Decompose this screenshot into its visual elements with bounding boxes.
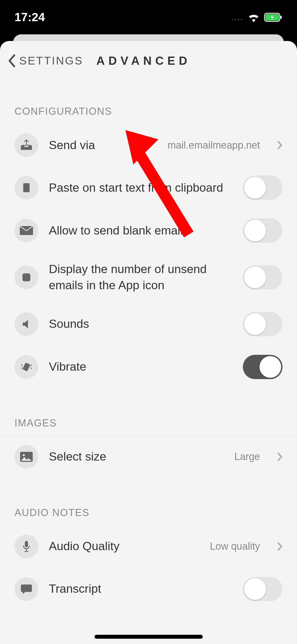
toggle-vibrate[interactable]	[243, 355, 282, 379]
vibrate-icon	[15, 355, 38, 379]
svg-rect-6	[22, 362, 30, 371]
row-sounds[interactable]: Sounds	[0, 303, 297, 346]
section-header-configurations: CONFIGURATIONS	[0, 77, 297, 124]
section-header-images: IMAGES	[0, 388, 297, 435]
status-time: 17:24	[15, 10, 45, 24]
chevron-right-icon	[277, 542, 282, 551]
clipboard-icon	[15, 176, 38, 200]
row-label: Send via	[49, 137, 157, 153]
svg-rect-5	[22, 273, 30, 281]
nav-header: SETTINGS ADVANCED	[0, 41, 297, 77]
image-icon	[15, 445, 38, 469]
microphone-icon	[15, 535, 38, 558]
status-icons: ....	[232, 12, 282, 22]
row-select-size[interactable]: Select size Large	[0, 436, 297, 478]
row-label: Sounds	[49, 316, 232, 332]
row-label: Select size	[49, 449, 224, 465]
configurations-list: Send via mail.emailmeapp.net Paste on st…	[0, 124, 297, 388]
row-vibrate[interactable]: Vibrate	[0, 346, 297, 388]
row-label: Paste on start text from clipboard	[49, 180, 232, 196]
row-label: Allow to send blank emails	[49, 223, 232, 239]
toggle-paste[interactable]	[243, 176, 282, 200]
row-audio-quality[interactable]: Audio Quality Low quality	[0, 525, 297, 568]
toggle-sounds[interactable]	[243, 312, 282, 336]
status-bar: 17:24 ....	[0, 0, 297, 34]
chevron-left-icon	[8, 54, 15, 67]
chevron-right-icon	[277, 452, 282, 461]
row-value: Large	[234, 451, 260, 462]
chevron-right-icon	[277, 141, 282, 150]
toggle-display-unsend[interactable]	[243, 265, 282, 289]
wifi-icon	[247, 12, 260, 22]
images-list: Select size Large	[0, 435, 297, 478]
svg-point-8	[23, 454, 25, 456]
row-display-unsend[interactable]: Display the number of unsend emails in t…	[0, 252, 297, 303]
row-transcript[interactable]: Transcript	[0, 568, 297, 610]
row-value: Low quality	[210, 541, 260, 552]
svg-rect-2	[280, 16, 282, 19]
envelope-icon	[15, 219, 38, 242]
row-blank-emails[interactable]: Allow to send blank emails	[0, 209, 297, 252]
outbox-icon	[15, 133, 38, 157]
row-label: Display the number of unsend emails in t…	[49, 261, 232, 293]
back-label: SETTINGS	[19, 54, 83, 67]
cellular-dots-icon: ....	[232, 13, 243, 22]
home-indicator[interactable]	[95, 635, 203, 639]
page-title: ADVANCED	[96, 54, 191, 67]
section-header-audio-notes: AUDIO NOTES	[0, 478, 297, 525]
toggle-blank-emails[interactable]	[243, 218, 282, 243]
svg-rect-9	[25, 541, 28, 547]
row-label: Transcript	[49, 581, 232, 597]
battery-charging-icon	[264, 13, 282, 22]
row-paste-clipboard[interactable]: Paste on start text from clipboard	[0, 166, 297, 209]
main-sheet: SETTINGS ADVANCED CONFIGURATIONS Send vi…	[0, 41, 297, 644]
row-label: Audio Quality	[49, 538, 199, 554]
row-value: mail.emailmeapp.net	[167, 140, 260, 151]
row-label: Vibrate	[49, 359, 232, 375]
svg-rect-3	[23, 183, 30, 192]
toggle-transcript[interactable]	[243, 577, 282, 601]
back-button[interactable]: SETTINGS	[8, 54, 83, 67]
app-badge-icon	[15, 265, 38, 289]
chat-bubble-icon	[15, 577, 38, 601]
audio-notes-list: Audio Quality Low quality Transcript	[0, 525, 297, 610]
row-send-via[interactable]: Send via mail.emailmeapp.net	[0, 124, 297, 166]
speaker-icon	[15, 312, 38, 336]
